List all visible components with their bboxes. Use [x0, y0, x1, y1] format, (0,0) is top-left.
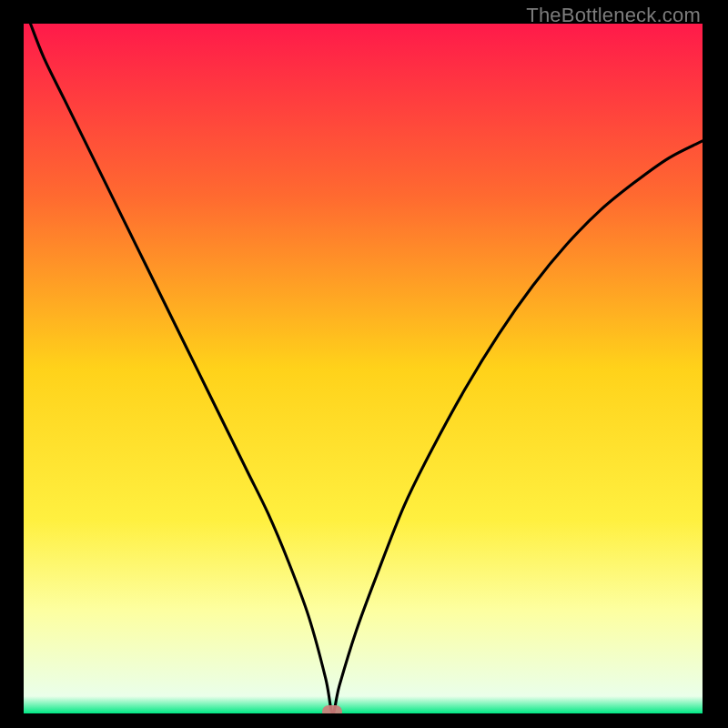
- background-gradient: [24, 24, 703, 713]
- minimum-marker: [322, 705, 342, 713]
- outer-frame: TheBottleneck.com: [0, 0, 728, 728]
- watermark-text: TheBottleneck.com: [526, 4, 701, 27]
- plot-area: [24, 24, 703, 713]
- svg-rect-0: [24, 24, 703, 713]
